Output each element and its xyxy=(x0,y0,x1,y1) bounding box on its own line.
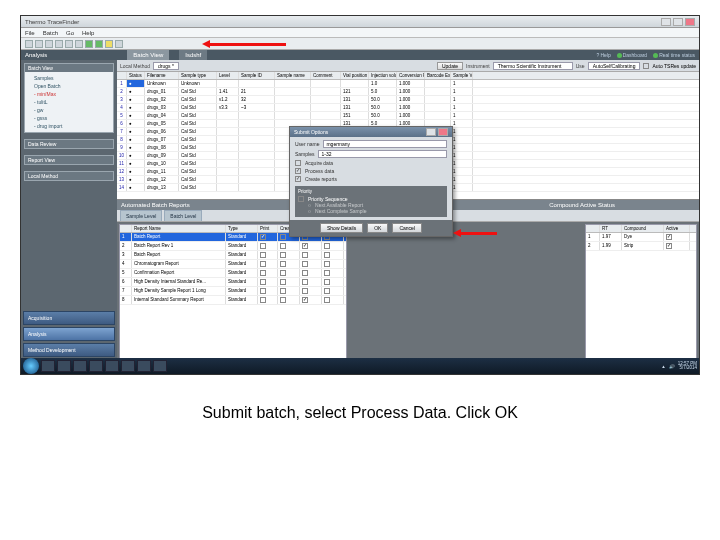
menu-bar: File Batch Go Help xyxy=(21,28,699,38)
create-reports-checkbox[interactable] xyxy=(295,176,301,182)
tree-item[interactable]: - gw xyxy=(28,106,110,114)
priority-group-label: Priority xyxy=(298,189,444,194)
table-row[interactable]: 2Batch Report Rev 1Standard xyxy=(120,242,346,251)
acquire-label: Acquire data xyxy=(305,160,333,166)
table-row[interactable]: 4Chromatogram ReportStandard xyxy=(120,260,346,269)
toolbar-icon[interactable] xyxy=(25,40,33,48)
clock-date: 5/7/2014 xyxy=(679,365,697,370)
tree-item[interactable]: - drug import xyxy=(28,122,110,130)
table-row[interactable]: 8Internal Standard Summary ReportStandar… xyxy=(120,296,346,305)
info-dashboard[interactable]: Dashboard xyxy=(617,52,647,58)
toolbar-icon[interactable] xyxy=(45,40,53,48)
reports-grid[interactable]: Report NameTypePrintCreate PDFCreate CSV… xyxy=(119,224,347,372)
maximize-button[interactable] xyxy=(673,18,683,26)
info-realtime[interactable]: Real time status xyxy=(653,52,695,58)
tab-batch-level[interactable]: Batch Level xyxy=(164,210,202,221)
cancel-button[interactable]: Cancel xyxy=(392,223,422,233)
table-row[interactable]: 3●drugs_02Cal Stdv1.23213150.01.0001 xyxy=(117,96,699,104)
dialog-help-icon[interactable] xyxy=(426,128,436,136)
tree-item[interactable]: - tulitL xyxy=(28,98,110,106)
process-checkbox[interactable] xyxy=(295,168,301,174)
tab-sample-level[interactable]: Sample Level xyxy=(120,210,162,221)
tab-batch-view[interactable]: Batch View xyxy=(127,50,169,60)
use-label: Use xyxy=(576,63,585,69)
table-row[interactable]: 11.97Dye xyxy=(586,233,696,242)
toolbar-icon[interactable] xyxy=(35,40,43,48)
side-acquisition[interactable]: Acquisition xyxy=(23,311,115,325)
show-details-button[interactable]: Show Details xyxy=(320,223,363,233)
update-button[interactable]: Update xyxy=(437,62,463,70)
section-label: Analysis xyxy=(25,52,47,58)
dialog-close-button[interactable] xyxy=(438,128,448,136)
taskbar-icon[interactable] xyxy=(121,360,135,372)
local-method-select[interactable]: drugs * xyxy=(153,62,179,70)
username-label: User name xyxy=(295,141,319,147)
minimize-button[interactable] xyxy=(661,18,671,26)
table-row[interactable]: 7High Density Sample Report 1 LongStanda… xyxy=(120,287,346,296)
local-method-box[interactable]: Local Method xyxy=(24,171,114,181)
toolbar-icon[interactable] xyxy=(105,40,113,48)
side-analysis[interactable]: Analysis xyxy=(23,327,115,341)
annotation-arrow xyxy=(206,43,286,46)
auto-chk-label: Auto TSRes update xyxy=(652,63,696,69)
report-view-box[interactable]: Report View xyxy=(24,155,114,165)
tree-item[interactable]: Samples xyxy=(28,74,110,82)
menu-batch[interactable]: Batch xyxy=(43,30,58,36)
toolbar-icon[interactable] xyxy=(55,40,63,48)
taskbar-icon[interactable] xyxy=(73,360,87,372)
auto-chk[interactable] xyxy=(643,63,649,69)
taskbar-icon[interactable] xyxy=(153,360,167,372)
tray-icon[interactable]: 🔊 xyxy=(669,364,675,369)
taskbar-icon[interactable] xyxy=(89,360,103,372)
table-row[interactable]: 21.99Strip xyxy=(586,242,696,251)
menu-help[interactable]: Help xyxy=(82,30,94,36)
data-review-box[interactable]: Data Review xyxy=(24,139,114,149)
samples-label: Samples xyxy=(295,151,314,157)
taskbar-icon[interactable] xyxy=(137,360,151,372)
table-row[interactable]: 5●drugs_04Cal Std15150.01.0001 xyxy=(117,112,699,120)
priority-opt2[interactable]: Next Complete Sample xyxy=(315,208,366,214)
toolbar-icon[interactable] xyxy=(65,40,73,48)
compound-grid[interactable]: RTCompoundActive 11.97Dye21.99Strip xyxy=(585,224,697,372)
window-title: Thermo TraceFinder xyxy=(25,19,79,25)
info-help[interactable]: ? Help xyxy=(597,52,611,58)
toolbar-icon[interactable] xyxy=(115,40,123,48)
side-method-dev[interactable]: Method Development xyxy=(23,343,115,357)
title-bar: Thermo TraceFinder xyxy=(21,16,699,28)
start-button[interactable] xyxy=(23,358,39,374)
tray-icon[interactable]: ▲ xyxy=(661,364,665,369)
table-row[interactable]: 4●drugs_03Cal Stdv3.3~313150.01.0001 xyxy=(117,104,699,112)
table-row[interactable]: 3Batch ReportStandard xyxy=(120,251,346,260)
dialog-title-bar: Submit Options xyxy=(290,127,452,137)
close-button[interactable] xyxy=(685,18,695,26)
toolbar-icon[interactable] xyxy=(85,40,93,48)
instrument-select[interactable]: Thermo Scientific Instrument xyxy=(493,62,573,70)
acquire-checkbox[interactable] xyxy=(295,160,301,166)
tab-secondary[interactable]: Isdshf xyxy=(179,50,207,60)
ok-button[interactable]: OK xyxy=(367,223,388,233)
table-row[interactable]: 5Confirmation ReportStandard xyxy=(120,269,346,278)
taskbar-icon[interactable] xyxy=(57,360,71,372)
create-reports-label: Create reports xyxy=(305,176,337,182)
table-row[interactable]: 6High Density Internal Standard Re...Sta… xyxy=(120,278,346,287)
nav-strip: Analysis Batch View Isdshf ? Help Dashbo… xyxy=(21,50,699,60)
toolbar-icon[interactable] xyxy=(75,40,83,48)
slide-caption: Submit batch, select Process Data. Click… xyxy=(0,404,720,422)
menu-go[interactable]: Go xyxy=(66,30,74,36)
username-input[interactable] xyxy=(323,140,447,148)
tree-item[interactable]: Open Batch xyxy=(28,82,110,90)
tree-item[interactable]: - gsss xyxy=(28,114,110,122)
submit-options-dialog: Submit Options User name Samples Acquire… xyxy=(289,126,453,237)
use-select[interactable]: AutoSelfCalibrating xyxy=(588,62,641,70)
samples-input[interactable] xyxy=(318,150,447,158)
taskbar-icon[interactable] xyxy=(41,360,55,372)
table-row[interactable]: 2●drugs_01Cal Std1.41211215.01.0001 xyxy=(117,88,699,96)
table-row[interactable]: 1●UnknownUnknown1.01.0001 xyxy=(117,80,699,88)
menu-file[interactable]: File xyxy=(25,30,35,36)
toolbar-icon[interactable] xyxy=(95,40,103,48)
batch-view-box: Batch View Samples Open Batch - min/Max … xyxy=(24,63,114,133)
taskbar-icon[interactable] xyxy=(105,360,119,372)
tree-item[interactable]: - min/Max xyxy=(28,90,110,98)
windows-taskbar[interactable]: ▲ 🔊 12:57 PM 5/7/2014 xyxy=(21,358,699,374)
instrument-label: Instrument xyxy=(466,63,490,69)
